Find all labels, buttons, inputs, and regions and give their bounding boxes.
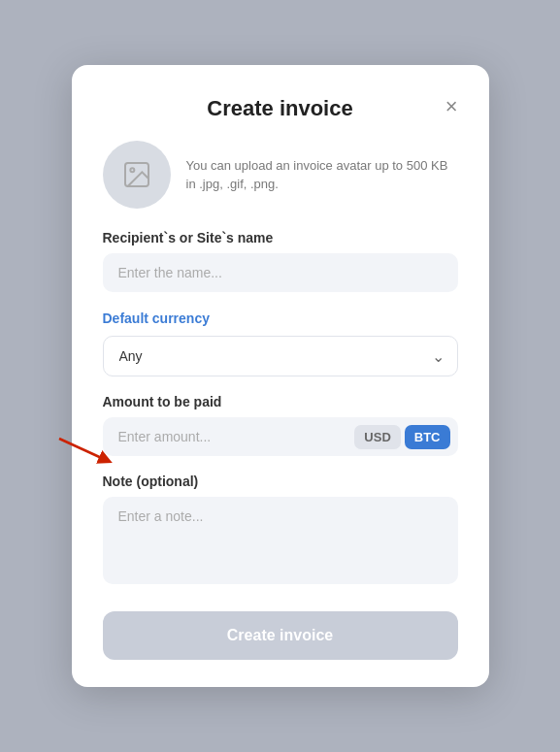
amount-field-group: Amount to be paid USD BTC — [103, 394, 458, 456]
recipient-input[interactable] — [103, 253, 458, 292]
amount-input-wrapper: USD BTC — [103, 417, 458, 456]
image-icon — [121, 159, 152, 190]
create-invoice-button[interactable]: Create invoice — [103, 611, 458, 660]
note-field-group: Note (optional) — [103, 474, 458, 588]
usd-button[interactable]: USD — [354, 425, 400, 449]
modal-header: Create invoice × — [103, 96, 458, 121]
modal-title: Create invoice — [207, 96, 352, 121]
note-label: Note (optional) — [103, 474, 458, 489]
currency-select[interactable]: Any USD EUR BTC ETH — [103, 336, 458, 376]
amount-label: Amount to be paid — [103, 394, 458, 409]
avatar-hint: You can upload an invoice avatar up to 5… — [186, 156, 458, 194]
btc-button[interactable]: BTC — [405, 425, 450, 449]
create-invoice-modal: Create invoice × You can upload an invoi… — [72, 65, 489, 687]
note-textarea[interactable] — [103, 497, 458, 584]
avatar-section: You can upload an invoice avatar up to 5… — [103, 141, 458, 209]
avatar-placeholder[interactable] — [103, 141, 171, 209]
recipient-field-group: Recipient`s or Site`s name — [103, 230, 458, 292]
default-currency-link[interactable]: Default currency — [103, 311, 210, 326]
close-button[interactable]: × — [445, 96, 458, 117]
arrow-indicator — [49, 429, 117, 477]
currency-select-wrapper: Any USD EUR BTC ETH ⌄ — [103, 336, 458, 376]
svg-point-1 — [130, 168, 134, 172]
recipient-label: Recipient`s or Site`s name — [103, 230, 458, 245]
svg-line-3 — [59, 439, 106, 460]
currency-toggle: USD BTC — [354, 425, 449, 449]
